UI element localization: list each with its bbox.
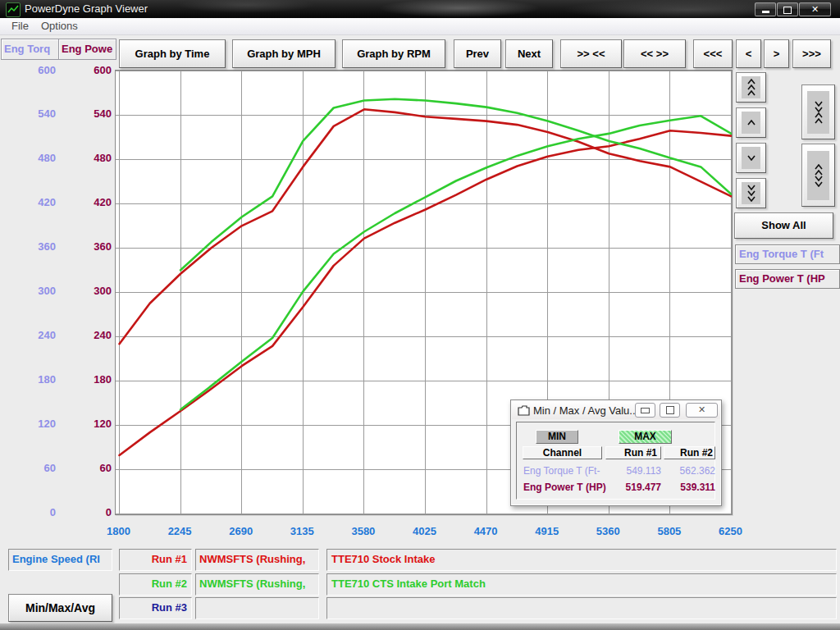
scroll-left-button[interactable]: <	[736, 39, 761, 68]
powerdyne-window: PowerDyne Graph Viewer ✕ FileOptions Eng…	[0, 0, 840, 630]
maximize-button[interactable]	[777, 2, 798, 16]
window-bottom-edge	[0, 623, 840, 630]
chevron-icon	[742, 76, 760, 98]
chevron-icon	[742, 147, 760, 169]
graph-by-time-button[interactable]: Graph by Time	[119, 39, 226, 68]
graph-by-rpm-button[interactable]: Graph by RPM	[342, 39, 445, 68]
app-icon	[6, 2, 21, 17]
minimize-button[interactable]	[755, 2, 776, 16]
y-tick-torque: 600	[7, 64, 56, 76]
x-tick: 3580	[339, 525, 388, 537]
chevron-icon	[807, 91, 829, 134]
torque-channel-label: Eng Torque T (Ft	[735, 244, 840, 264]
graph-by-mph-button[interactable]: Graph by MPH	[232, 39, 336, 68]
run-desc-1: TTE710 Stock Intake	[326, 549, 837, 571]
y-tick-torque: 180	[7, 373, 56, 386]
y-tick-power: 60	[62, 462, 112, 474]
stats-row-run1-value: 549.113	[605, 465, 661, 477]
y-tick-power: 240	[62, 329, 112, 341]
stats-restore-button[interactable]	[660, 403, 680, 418]
scroll-far-right-button[interactable]: >>>	[792, 39, 831, 68]
max-toggle-button[interactable]: MAX	[619, 430, 672, 444]
y-tick-power: 540	[62, 107, 112, 120]
y-tick-power: 0	[62, 506, 112, 518]
y-tick-torque: 120	[7, 418, 56, 430]
min-toggle-button[interactable]: MIN	[536, 430, 578, 444]
y-tick-power: 600	[62, 64, 112, 76]
power-channel-label: Eng Power T (HP	[735, 269, 840, 289]
next-button[interactable]: Next	[505, 39, 553, 68]
chevron-icon	[742, 112, 760, 134]
x-tick: 1800	[94, 525, 144, 537]
scroll-right-button[interactable]: >	[764, 39, 789, 68]
run-name-2: NWMSFTS (Rushing,	[195, 573, 319, 596]
x-tick: 4915	[523, 525, 572, 537]
tab-eng-torque[interactable]: Eng Torq	[1, 39, 59, 60]
chevron-icon	[807, 151, 829, 200]
run-name-3	[195, 597, 319, 619]
scroll-down-fast-button[interactable]	[736, 178, 766, 208]
run-desc-2: TTE710 CTS Intake Port Match	[326, 573, 837, 596]
zoom-in-vertical-button[interactable]	[801, 84, 835, 139]
y-tick-torque: 0	[7, 506, 56, 518]
x-tick: 5360	[583, 525, 632, 537]
x-tick: 3135	[277, 525, 326, 537]
y-tick-power: 420	[62, 196, 112, 208]
x-tick: 4470	[461, 525, 510, 537]
stats-column-channel: Channel	[523, 446, 602, 459]
x-tick: 6250	[706, 525, 756, 537]
y-tick-power: 180	[62, 373, 112, 386]
run-label-3: Run #3	[119, 597, 192, 619]
title-bar[interactable]: PowerDyne Graph Viewer ✕	[0, 0, 840, 18]
stats-row-channel: Eng Torque T (Ft-	[523, 465, 600, 477]
x-tick: 2690	[217, 525, 266, 537]
stats-column-run1: Run #1	[605, 446, 661, 459]
prev-button[interactable]: Prev	[454, 39, 501, 68]
run-name-1: NWMSFTS (Rushing,	[195, 549, 319, 571]
y-tick-torque: 240	[7, 329, 56, 341]
scroll-up-fast-button[interactable]	[736, 72, 766, 103]
stats-column-run2: Run #2	[664, 446, 715, 459]
zoom-out-horizontal-button[interactable]: << >>	[623, 39, 686, 68]
y-tick-power: 360	[62, 240, 112, 253]
file-icon	[518, 405, 530, 416]
stats-row-run1-value: 519.477	[605, 482, 661, 493]
zoom-in-horizontal-button[interactable]: >> <<	[560, 39, 622, 68]
y-tick-torque: 540	[7, 107, 56, 120]
show-all-button[interactable]: Show All	[734, 212, 833, 239]
stats-row-channel: Eng Power T (HP)	[523, 482, 606, 493]
y-tick-torque: 300	[7, 285, 56, 297]
stats-row-run2-value: 562.362	[664, 465, 715, 477]
scroll-up-button[interactable]	[736, 107, 766, 138]
y-tick-power: 300	[62, 285, 112, 297]
menu-bar: FileOptions	[0, 18, 840, 35]
min-max-avg-window[interactable]: Min / Max / Avg Valu... ✕ MIN MAX Channe…	[510, 399, 722, 506]
min-max-avg-button[interactable]: Min/Max/Avg	[8, 594, 112, 622]
x-channel-label: Engine Speed (RI	[8, 549, 112, 571]
menu-options[interactable]: Options	[36, 18, 83, 34]
y-tick-torque: 420	[7, 196, 56, 208]
x-tick: 2245	[155, 525, 204, 537]
stats-minimize-button[interactable]	[635, 403, 655, 418]
y-tick-power: 120	[62, 418, 112, 430]
stats-body: MIN MAX Channel Run #1 Run #2 Eng Torque…	[516, 422, 715, 500]
stats-close-button[interactable]: ✕	[686, 403, 718, 418]
scroll-down-button[interactable]	[736, 143, 766, 173]
curve-run-2-eng-power-t	[180, 116, 731, 409]
y-tick-torque: 360	[7, 240, 56, 253]
stats-window-title: Min / Max / Avg Valu...	[533, 404, 638, 417]
run-label-2: Run #2	[119, 573, 192, 596]
menu-file[interactable]: File	[7, 18, 34, 34]
zoom-out-vertical-button[interactable]	[801, 144, 835, 207]
y-tick-torque: 60	[7, 462, 56, 474]
scroll-far-left-button[interactable]: <<<	[693, 39, 733, 68]
window-title: PowerDyne Graph Viewer	[25, 2, 148, 15]
stats-title-bar[interactable]: Min / Max / Avg Valu... ✕	[512, 401, 720, 419]
run-label-1: Run #1	[119, 549, 192, 571]
tab-eng-power[interactable]: Eng Powe	[58, 39, 116, 60]
chevron-icon	[742, 182, 760, 204]
stats-row-run2-value: 539.311	[664, 482, 715, 493]
y-tick-torque: 480	[7, 152, 56, 164]
close-button[interactable]: ✕	[799, 2, 831, 16]
y-tick-power: 480	[62, 152, 112, 164]
